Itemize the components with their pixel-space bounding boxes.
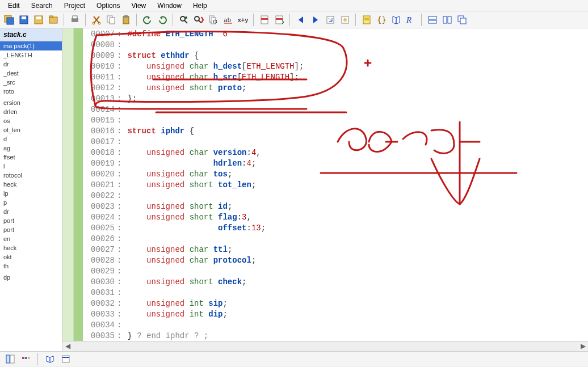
xy-icon[interactable]: x+y [236,13,250,27]
book-open-icon[interactable] [43,352,57,366]
line-code[interactable] [123,288,588,298]
code-line[interactable]: 00016: struct iphdr { [83,126,588,137]
code-line[interactable]: 00032: unsigned int sip; [83,298,588,309]
line-code[interactable]: struct iphdr { [123,126,588,137]
symbol-item[interactable]: ip [0,189,62,198]
code-line[interactable]: 00019: hdrlen:4; [83,158,588,169]
horizontal-scrollbar[interactable]: ◀ ▶ [62,341,588,351]
line-code[interactable]: unsigned short proto; [123,83,588,94]
code-line[interactable]: 00024: unsigned short flag:3, [83,212,588,223]
code-line[interactable]: 00028: unsigned char protocol; [83,255,588,266]
symbol-item[interactable]: th [0,261,62,271]
symbol-item[interactable]: drlen [0,107,62,116]
code-line[interactable]: 00018: unsigned char version:4, [83,147,588,158]
scroll-left-icon[interactable]: ◀ [62,342,73,351]
code-editor[interactable]: 00007: #define ETH_LENGTH 600008: 00009:… [62,28,588,341]
line-code[interactable]: }; [123,94,588,104]
line-code[interactable] [123,115,588,126]
save-project-icon[interactable] [47,13,60,27]
nav-fwd-icon[interactable] [309,13,322,27]
code-line[interactable]: 00026: [83,234,588,244]
copy-icon[interactable] [104,13,118,27]
symbol-item[interactable]: en [0,234,62,243]
menu-options[interactable]: Options [91,1,125,11]
code-line[interactable]: 00013: }; [83,94,588,104]
bookmark-next-icon[interactable] [272,13,286,27]
menu-project[interactable]: Project [58,1,91,11]
line-code[interactable] [123,266,588,277]
replace-icon[interactable]: ab [221,13,235,27]
line-code[interactable]: unsigned short flag:3, [123,212,588,223]
symbol-item[interactable]: ma pack(1) [0,41,62,50]
code-line[interactable]: 00009: struct ethhdr { [83,50,588,61]
relation-icon[interactable]: R [404,13,418,27]
menu-help[interactable]: Help [187,1,213,11]
code-line[interactable]: 00020: unsigned char tos; [83,169,588,180]
find-next-icon[interactable] [192,13,205,27]
symbol-window-icon[interactable] [3,352,17,366]
symbol-item[interactable]: heck [0,243,62,252]
code-line[interactable]: 00025: offset:13; [83,223,588,234]
symbol-item[interactable]: l [0,162,62,171]
menu-search[interactable]: Search [26,1,58,11]
code-line[interactable]: 00015: [83,115,588,126]
menu-view[interactable]: View [125,1,152,11]
code-line[interactable]: 00027: unsigned char ttl; [83,244,588,255]
code-line[interactable]: 00029: [83,266,588,277]
code-line[interactable]: 00030: unsigned short check; [83,277,588,288]
line-code[interactable] [123,234,588,244]
line-code[interactable] [123,137,588,147]
scroll-right-icon[interactable]: ▶ [578,342,588,351]
line-code[interactable]: unsigned char tos; [123,169,588,180]
line-code[interactable]: unsigned char protocol; [123,255,588,266]
jump-def-icon[interactable] [338,13,352,27]
line-code[interactable]: unsigned char ttl; [123,244,588,255]
window-tile-v-icon[interactable] [440,13,454,27]
code-line[interactable]: 00022: [83,191,588,201]
line-code[interactable]: unsigned short check; [123,277,588,288]
code-line[interactable]: 00031: [83,288,588,298]
line-code[interactable]: unsigned int dip; [123,309,588,320]
file-tab[interactable]: stack.c [0,28,62,41]
symbol-item[interactable]: dp [0,273,62,282]
symbol-item[interactable]: _dest [0,69,62,78]
code-line[interactable]: 00007: #define ETH_LENGTH 6 [83,29,588,40]
paste-icon[interactable] [119,13,133,27]
symbol-item[interactable]: ot_len [0,125,62,134]
window-tile-h-icon[interactable] [426,13,439,27]
line-code[interactable]: unsigned char h_dest[ETH_LENGTH]; [123,61,588,72]
window-cascade-icon[interactable] [455,13,469,27]
fold-margin[interactable] [62,28,74,341]
line-code[interactable] [123,320,588,331]
symbol-list[interactable]: ma pack(1)_LENGTHdr_dest_srcrotoersiondr… [0,41,62,351]
line-code[interactable] [123,191,588,201]
undo-icon[interactable] [141,13,154,27]
symbol-item[interactable]: dr [0,60,62,69]
bookmark-toggle-icon[interactable] [258,13,271,27]
symbol-item[interactable]: ffset [0,153,62,162]
book-icon[interactable] [389,13,403,27]
symbol-item[interactable]: rotocol [0,171,62,180]
symbol-item[interactable]: dr [0,207,62,216]
line-code[interactable]: } ? end iphdr ? ; [123,331,588,341]
code-line[interactable]: 00021: unsigned short tot_len; [83,180,588,191]
symbol-item[interactable]: d [0,134,62,144]
find-icon[interactable] [177,13,191,27]
line-code[interactable]: hdrlen:4; [123,158,588,169]
scroll-track[interactable] [73,342,578,351]
symbol-item[interactable]: p [0,198,62,207]
line-code[interactable] [123,40,588,50]
find-files-icon[interactable] [207,13,220,27]
line-code[interactable]: #define ETH_LENGTH 6 [123,29,588,40]
symbol-item[interactable]: ersion [0,98,62,107]
code-line[interactable]: 00014: [83,104,588,115]
symbol-item[interactable]: okt [0,252,62,261]
redo-icon[interactable] [156,13,169,27]
code-line[interactable]: 00033: unsigned int dip; [83,309,588,320]
symbol-item[interactable]: roto [0,87,62,96]
nav-back-icon[interactable] [294,13,308,27]
save-icon[interactable] [17,13,31,27]
line-code[interactable]: unsigned char version:4, [123,147,588,158]
line-code[interactable] [123,104,588,115]
symbol-item[interactable]: _LENGTH [0,50,62,60]
